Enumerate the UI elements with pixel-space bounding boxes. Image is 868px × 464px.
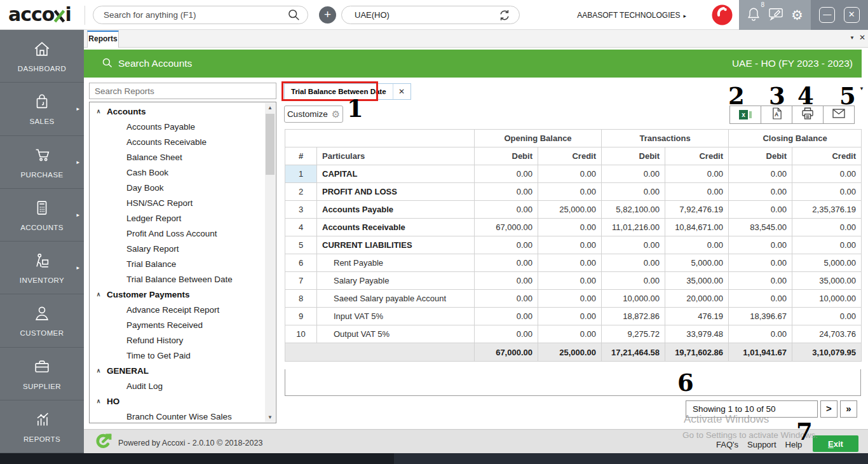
table-row[interactable]: 5CURRENT LIABILITIES0.000.000.000.000.00… [285, 236, 862, 254]
row-value: 0.00 [538, 254, 602, 272]
report-group[interactable]: ∧GENERAL [90, 363, 265, 378]
report-item[interactable]: Refund History [90, 332, 265, 348]
tabstrip-dropdown-icon[interactable]: ▼ [850, 35, 855, 41]
messages-icon[interactable] [768, 7, 783, 24]
company-menu[interactable]: AABASOFT TECHNOLOGIES▸ [559, 11, 686, 20]
table-row[interactable]: 8Saeed Salary payable Account0.000.0010,… [285, 290, 862, 308]
table-row[interactable]: 2PROFIT AND LOSS0.000.000.000.000.000.00 [285, 183, 862, 201]
exit-button[interactable]: Exit [813, 435, 858, 452]
report-item[interactable]: Payments Received [90, 317, 265, 332]
total-value: 3,10,079.95 [792, 343, 862, 362]
table-row[interactable]: 7Salary Payable0.000.000.0035,000.000.00… [285, 272, 862, 290]
row-value: 0.00 [475, 254, 538, 272]
report-item[interactable]: Balance Sheet [90, 149, 265, 165]
sidebar-item-dashboard[interactable]: DASHBOARD [0, 30, 84, 83]
sidebar-item-sales[interactable]: SALES▸ [0, 83, 84, 135]
chevron-right-icon: ▸ [76, 159, 79, 165]
sidebar-item-supplier[interactable]: SUPPLIER [0, 348, 84, 400]
annotation-5: 5 [839, 85, 856, 108]
table-row[interactable]: 10Output VAT 5%0.000.009,275.7233,979.48… [285, 325, 862, 343]
minimize-button[interactable]: — [819, 7, 835, 23]
row-value: 5,000.00 [665, 254, 729, 272]
accoxi-logo: accoi [8, 3, 71, 25]
report-item[interactable]: Profit And Loss Account [90, 226, 265, 241]
settings-gear-icon[interactable]: ⚙ [791, 8, 803, 22]
report-item[interactable]: Accounts Payable [90, 119, 265, 134]
table-row[interactable]: 3Accounts Payable0.0025,000.005,82,100.0… [285, 201, 862, 219]
row-value: 18,396.67 [729, 308, 792, 325]
branch-label: UAE(HO) [355, 10, 390, 20]
close-window-button[interactable]: ✕ [844, 7, 860, 23]
report-item[interactable]: Salary Report [90, 241, 265, 256]
row-value: 0.00 [475, 236, 538, 254]
report-item[interactable]: Accounts Receivable [90, 134, 265, 149]
row-value: 0.00 [729, 272, 792, 290]
report-item[interactable]: Cash Book [90, 165, 265, 180]
row-value: 476.19 [665, 308, 729, 325]
sync-icon[interactable] [498, 9, 511, 24]
global-search-input[interactable] [93, 6, 308, 24]
fiscal-year-label: UAE - HO (FY 2023 - 2023) [732, 58, 853, 69]
report-group[interactable]: ∧HO [90, 393, 265, 409]
reports-tree: ∧AccountsAccounts PayableAccounts Receiv… [90, 104, 265, 424]
table-row[interactable]: 6Rent Payable0.000.000.005,000.000.005,0… [285, 254, 862, 272]
row-number: 1 [285, 165, 317, 183]
report-item[interactable]: Trial Balance [90, 256, 265, 271]
scroll-up-icon[interactable]: ▲ [265, 103, 275, 113]
table-head: Opening BalanceTransactionsClosing Balan… [285, 130, 862, 165]
excel-icon: x [739, 110, 752, 119]
search-icon[interactable] [287, 8, 300, 24]
sidebar-item-label: ACCOUNTS [20, 224, 64, 231]
next-page-button[interactable]: > [820, 400, 837, 418]
row-value: 35,000.00 [665, 272, 729, 290]
column-group-label: Transactions [602, 130, 729, 147]
trial-balance-table: Opening BalanceTransactionsClosing Balan… [285, 129, 862, 362]
report-item[interactable]: Day Book [90, 180, 265, 195]
report-item[interactable]: Branch Counter Wise Sales [90, 409, 265, 424]
chevron-down-icon[interactable]: ▼ [859, 86, 864, 92]
scrollbar-thumb[interactable] [266, 114, 275, 175]
report-item[interactable]: Ledger Report [90, 210, 265, 226]
close-icon[interactable]: ✕ [393, 84, 410, 99]
report-group[interactable]: ∧Accounts [90, 104, 265, 119]
notifications-bell-icon[interactable]: 8 [747, 6, 761, 24]
sidebar-item-accounts[interactable]: ACCOUNTS▸ [0, 189, 84, 242]
report-item[interactable]: Advance Receipt Report [90, 302, 265, 317]
reports-scrollbar[interactable]: ▲ ▼ [265, 103, 275, 422]
sidebar-item-reports[interactable]: REPORTS [0, 400, 84, 453]
table-row[interactable]: 1CAPITAL0.000.000.000.000.000.00 [285, 165, 862, 183]
row-value: 11,01,216.00 [602, 219, 665, 236]
faqs-link[interactable]: FAQ's [716, 440, 738, 449]
report-group[interactable]: ∧Customer Payments [90, 287, 265, 302]
report-item[interactable]: Audit Log [90, 378, 265, 393]
report-item[interactable]: Trial Balance Between Date [90, 271, 265, 287]
tabstrip-close-icon[interactable]: ✕ [859, 33, 865, 42]
table-row[interactable]: 9Input VAT 5%0.000.0018,872.86476.1918,3… [285, 308, 862, 325]
taskbar-segment [394, 453, 868, 464]
table-row[interactable]: 4Accounts Receivable67,000.000.0011,01,2… [285, 219, 862, 236]
sidebar-item-purchase[interactable]: PURCHASE▸ [0, 136, 84, 189]
annotation-2: 2 [728, 85, 745, 108]
support-link[interactable]: Support [747, 440, 776, 449]
collapse-icon: ∧ [90, 291, 107, 297]
quick-add-button[interactable]: + [319, 6, 336, 24]
tab-reports[interactable]: Reports [87, 31, 119, 48]
branch-selector[interactable]: UAE(HO) [341, 6, 520, 24]
report-item[interactable]: HSN/SAC Report [90, 195, 265, 210]
row-value: 0.00 [538, 325, 602, 343]
report-item[interactable]: Time to Get Paid [90, 348, 265, 363]
row-number: 4 [285, 219, 317, 236]
powered-by-label: Powered by Accoxi - 2.0.10 © 2018-2023 [118, 439, 262, 447]
customize-button[interactable]: Customize ⚙ [284, 106, 343, 123]
last-page-button[interactable]: » [840, 400, 857, 418]
scroll-down-icon[interactable]: ▼ [265, 413, 275, 422]
search-reports-input[interactable] [89, 83, 276, 99]
row-value: 10,000.00 [602, 290, 665, 308]
row-value: 0.00 [729, 165, 792, 183]
report-group-label: HO [107, 397, 119, 406]
sidebar-item-inventory[interactable]: INVENTORY▸ [0, 242, 84, 294]
sidebar-item-customer[interactable]: CUSTOMER [0, 294, 84, 347]
avatar[interactable] [711, 4, 733, 29]
table-header: #ParticularsDebitCreditDebitCreditDebitC… [285, 147, 862, 165]
row-value: 0.00 [729, 254, 792, 272]
